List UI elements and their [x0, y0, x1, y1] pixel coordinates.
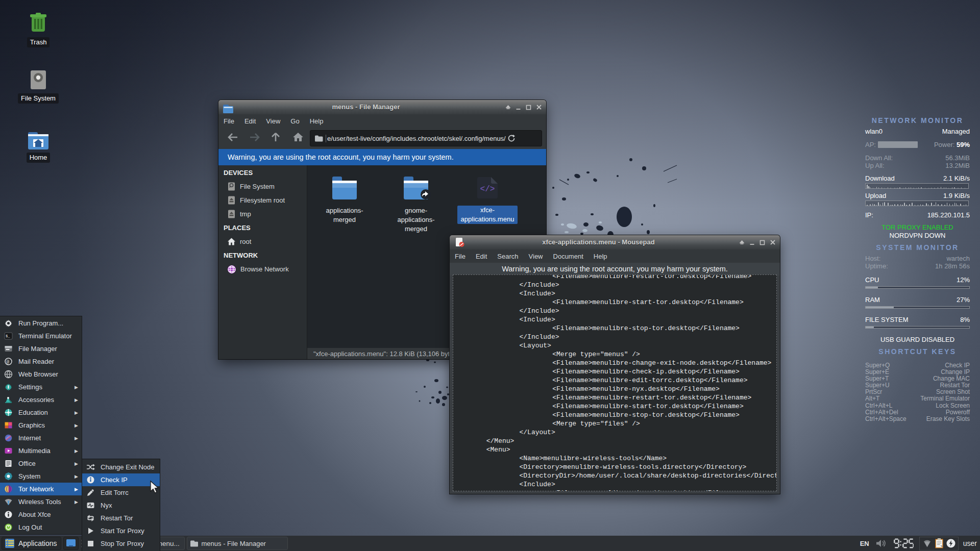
svg-text:</>: </>: [480, 185, 495, 194]
svg-text:@: @: [7, 360, 10, 365]
svg-text:$_: $_: [6, 334, 10, 338]
